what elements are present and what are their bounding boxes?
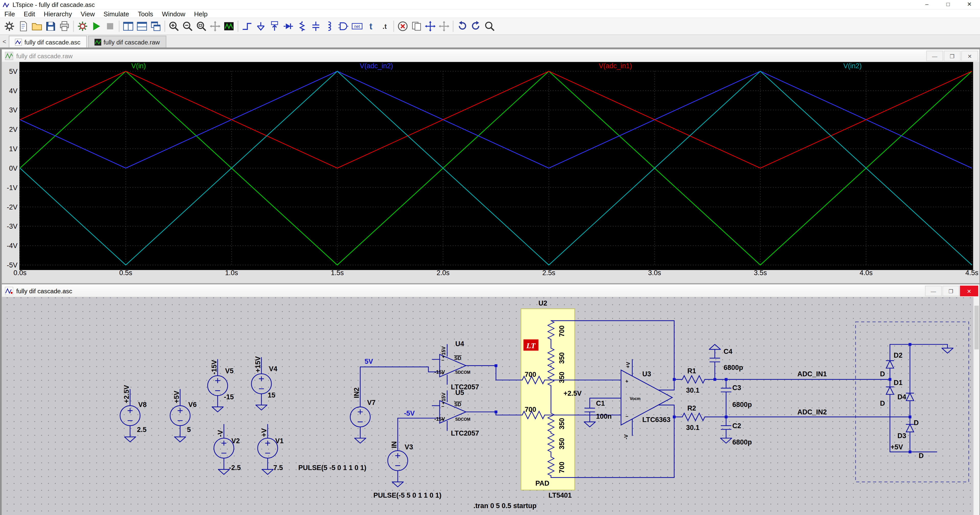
new-schematic-icon[interactable] [16,19,30,33]
ground-symbol[interactable] [262,469,273,474]
legend-V(in2)[interactable]: V(in2) [843,62,862,70]
label-schematic-sources-6-ref[interactable]: V7 [367,399,375,406]
ground-symbol[interactable] [355,438,366,443]
diode-d1-symbol[interactable] [886,387,894,395]
diode-d3-symbol[interactable] [906,424,913,432]
schematic-window-titlebar[interactable]: fully dif cascade.asc — ❐ ✕ [2,284,979,297]
waveform-restore-button[interactable]: ❐ [944,51,961,61]
label-schematic-u2-ref[interactable]: U2 [539,299,547,307]
undo-icon[interactable] [455,19,469,33]
voltage-source-v8[interactable] [120,406,140,426]
ground-symbol[interactable] [124,437,136,442]
lt5401-body[interactable] [521,309,574,490]
label-schematic-sources-3-ref[interactable]: V4 [269,365,277,373]
label-schematic-sources-1-net[interactable]: +5V [173,391,180,403]
label-schematic-r1-ref[interactable]: R1 [687,367,696,375]
label-schematic-c3-value[interactable]: 6800p [732,401,752,409]
label-schematic-diodes-3-value[interactable]: D [919,452,924,460]
ground-symbol-flipped[interactable] [709,344,721,349]
label-schematic-c3-ref[interactable]: C3 [732,384,741,391]
drag-icon[interactable] [437,19,451,33]
label-schematic-sources-0-net[interactable]: +2.5V [123,385,130,403]
label-schematic-sources-6-net[interactable]: IN2 [353,388,360,398]
ground-icon[interactable] [254,19,267,33]
schematic-restore-button[interactable]: ❐ [942,285,959,296]
menu-edit[interactable]: Edit [19,10,40,17]
text-icon[interactable]: t [364,19,378,33]
label-schematic-sources-4-net[interactable]: -V [216,430,224,437]
diode-d4-symbol[interactable] [906,393,913,401]
pan-icon[interactable] [208,19,222,33]
diode-icon[interactable] [282,19,295,33]
tab-schematic[interactable]: fully dif cascade.asc [9,35,87,48]
diode-d2-symbol[interactable] [886,361,894,368]
label-schematic-sources-3-net[interactable]: +15V [254,357,262,373]
label-schematic-u3-part[interactable]: LTC6363 [642,416,670,423]
move-icon[interactable] [423,19,437,33]
menu-simulate[interactable]: Simulate [99,10,134,17]
ground-symbol[interactable] [256,405,267,410]
tab-scroll-left[interactable]: < [0,35,9,48]
label-schematic-sources-7-value[interactable]: PULSE(-5 5 0 1 1 0 1) [374,491,441,499]
waveform-window-titlebar[interactable]: fully dif cascade.raw — ❐ ✕ [2,49,979,62]
label-schematic-u2-r_mid-1[interactable]: 700 [525,406,536,413]
label-schematic-opamps-1-ref[interactable]: U5 [455,389,464,396]
voltage-source-v1[interactable] [258,438,278,458]
label-schematic-sources-4-value[interactable]: -2.5 [229,464,240,472]
component-icon[interactable] [336,19,350,33]
label-schematic-sources-2-ref[interactable]: V5 [225,367,234,375]
label-schematic-r2-ref[interactable]: R2 [687,404,696,412]
menu-view[interactable]: View [76,10,99,17]
label-schematic-opamps-1-part[interactable]: LTC2057 [451,429,479,437]
label-schematic-opamps-0-in_net[interactable]: 5V [364,358,373,365]
label-schematic-c4-value[interactable]: 6800p [724,364,743,371]
label-schematic-sources-2-net[interactable]: -15V [210,360,218,374]
halt-icon[interactable] [103,19,117,33]
menu-window[interactable]: Window [158,10,190,17]
label-schematic-sources-0-value[interactable]: 2.5 [137,426,146,434]
label-schematic-u3-vocm_net[interactable]: +2.5V [563,390,582,397]
voltage-source-v4[interactable] [251,374,272,394]
label-schematic-c1-ref[interactable]: C1 [596,399,605,407]
label-schematic-c2-ref[interactable]: C2 [732,422,741,430]
label-schematic-sources-5-ref[interactable]: V1 [275,437,284,445]
duplicate-icon[interactable] [410,19,423,33]
voltage-source-v7[interactable] [350,407,370,427]
schematic-close-button[interactable]: ✕ [960,285,978,296]
menu-tools[interactable]: Tools [134,10,158,17]
zoom-in-icon[interactable] [167,19,181,33]
label-schematic-sources-5-net[interactable]: +V [260,428,268,437]
resistor-icon[interactable] [295,19,309,33]
tab-waveform[interactable]: fully dif cascade.raw [88,35,166,48]
label-schematic-sources-5-value[interactable]: 7.5 [273,464,283,472]
menu-help[interactable]: Help [190,10,212,17]
zoom-out-icon[interactable] [181,19,194,33]
label-schematic-sources-1-value[interactable]: 5 [187,426,191,434]
waveform-plot[interactable]: 0.0s0.5s1.0s1.5s2.0s2.5s3.0s3.5s4.0s4.5s… [2,62,978,282]
label-schematic-u2-r_mid-0[interactable]: 700 [525,371,536,378]
ground-symbol[interactable] [175,437,186,442]
delete-icon[interactable] [396,19,410,33]
label-schematic-r1-value[interactable]: 30.1 [686,387,699,394]
tile-horizontal-icon[interactable] [135,19,149,33]
tile-vertical-icon[interactable] [121,19,135,33]
zoom-full-extents-icon[interactable] [194,19,208,33]
label-schematic-u2-r_bot-1[interactable]: 350 [558,438,566,449]
maximize-button[interactable]: □ [937,0,959,10]
menu-file[interactable]: File [0,10,19,17]
label-schematic-diodes-2-value[interactable]: D [914,419,919,426]
label-schematic-r2-value[interactable]: 30.1 [686,424,699,431]
label-schematic-nets-adc_in2[interactable]: ADC_IN2 [797,408,827,416]
voltage-source-v6[interactable] [170,406,190,426]
label-schematic-u2-r_top-0[interactable]: 700 [558,325,566,337]
menu-hierarchy[interactable]: Hierarchy [39,10,76,17]
close-button[interactable]: ✕ [959,0,980,10]
waveform-plot-area[interactable]: 0.0s0.5s1.0s1.5s2.0s2.5s3.0s3.5s4.0s4.5s… [2,62,979,283]
waveform-close-button[interactable]: ✕ [961,51,978,61]
ground-symbol[interactable] [212,407,223,412]
print-icon[interactable] [57,19,71,33]
label-schematic-diodes-3-ref[interactable]: D3 [897,432,906,440]
legend-V(adc_in1)[interactable]: V(adc_in1) [599,62,632,70]
cascade-windows-icon[interactable] [149,19,162,33]
label-schematic-u2-part[interactable]: LT5401 [549,491,572,499]
